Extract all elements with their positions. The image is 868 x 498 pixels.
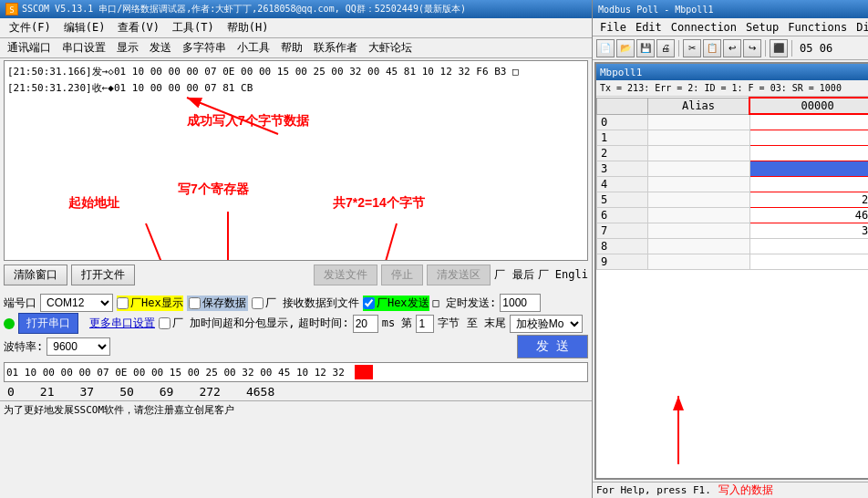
more-settings-link[interactable]: 更多串口设置	[89, 316, 155, 331]
modbus-menu-edit[interactable]: Edit	[632, 20, 666, 35]
row-index-0: 0	[597, 114, 648, 130]
col-header-alias: Alias	[647, 98, 749, 114]
mbpoll-status-bar: Tx = 213: Err = 2: ID = 1: F = 03: SR = …	[596, 80, 868, 97]
toolbar-open[interactable]: 📂	[616, 39, 635, 57]
row-alias-9	[647, 254, 749, 270]
modbus-menu-bar: File Edit Connection Setup Functions Dis…	[593, 18, 868, 36]
modbus-annotation: 写入的数据	[718, 482, 773, 498]
submenu-serial-settings[interactable]: 串口设置	[58, 39, 109, 57]
checksum-select[interactable]: 加校验Mo	[510, 315, 583, 333]
table-row: 5272	[597, 192, 869, 208]
submenu-send[interactable]: 发送	[146, 39, 175, 57]
data-number-4658: 4658	[246, 385, 274, 399]
stop-button[interactable]: 停止	[381, 265, 423, 285]
baud-select[interactable]: 9600	[46, 337, 110, 356]
clear-send-area-button[interactable]: 清发送区	[427, 265, 491, 285]
table-row: 90	[597, 254, 869, 270]
save-data-text: 保存数据	[202, 296, 246, 311]
submenu-multistring[interactable]: 多字符串	[179, 39, 230, 57]
row-value-0: 0	[749, 114, 868, 130]
row-value-9: 0	[749, 254, 868, 270]
modbus-menu-connection[interactable]: Connection	[667, 20, 740, 35]
submenu-tools[interactable]: 小工具	[233, 39, 274, 57]
save-data-label[interactable]: 保存数据	[187, 296, 248, 311]
frame-input[interactable]	[416, 315, 434, 333]
recv-file-label[interactable]: 厂 接收数据到文件	[252, 296, 359, 311]
modbus-menu-functions[interactable]: Functions	[784, 20, 851, 35]
row-value-2: 37	[749, 146, 868, 161]
mbpoll-title-bar: Mbpoll1	[596, 64, 868, 80]
hex-send-label[interactable]: 厂Hex发送	[363, 296, 429, 311]
menu-file[interactable]: 文件(F)	[4, 19, 57, 36]
data-number-21: 21	[40, 385, 55, 399]
menu-help[interactable]: 帮助(H)	[222, 19, 274, 36]
mbpoll-window: Mbpoll1 Tx = 213: Err = 2: ID = 1: F = 0…	[594, 62, 868, 480]
toolbar-redo[interactable]: ↪	[743, 39, 761, 57]
menu-tools[interactable]: 工具(T)	[167, 19, 220, 36]
toolbar-new[interactable]: 📄	[596, 39, 615, 57]
toolbar-sep-3	[791, 40, 792, 57]
modbus-menu-setup[interactable]: Setup	[742, 20, 782, 35]
send-button[interactable]: 发 送	[517, 335, 588, 358]
left-menu-bar: 文件(F) 编辑(E) 查看(V) 工具(T) 帮助(H)	[0, 18, 592, 38]
port-select[interactable]: COM12	[40, 294, 113, 312]
modbus-title-text: Modbus Poll - Mbpoll1	[598, 5, 713, 15]
mbpoll-title-text: Mbpoll1	[600, 67, 642, 78]
right-panel: Modbus Poll - Mbpoll1 File Edit Connecti…	[593, 0, 868, 498]
toolbar-print[interactable]: 🖨	[656, 39, 675, 57]
table-row: 237	[597, 146, 869, 161]
hex-display-label[interactable]: 厂Hex显示	[117, 296, 183, 311]
modbus-arrow-svg	[624, 286, 806, 469]
modbus-title-bar: Modbus Poll - Mbpoll1	[593, 0, 868, 18]
port-label: 端号口	[4, 296, 36, 311]
red-highlight-box	[355, 365, 373, 379]
toolbar-copy[interactable]: 📋	[703, 39, 721, 57]
row-alias-3	[647, 161, 749, 177]
port-status-indicator	[4, 318, 15, 329]
recv-file-checkbox[interactable]	[252, 297, 264, 309]
submenu-contact[interactable]: 联系作者	[310, 39, 361, 57]
send-file-button[interactable]: 发送文件	[314, 265, 377, 285]
row-value-5: 272	[749, 192, 868, 208]
add-time-label[interactable]: 厂 加时间超和分包显示,	[159, 316, 294, 331]
timed-value-input[interactable]: 1000	[500, 294, 541, 312]
timeout-input[interactable]	[353, 315, 378, 333]
svg-line-4	[146, 223, 260, 260]
toolbar-undo[interactable]: ↩	[723, 39, 741, 57]
submenu-help[interactable]: 帮助	[277, 39, 306, 57]
input-data-text: 01 10 00 00 00 07 0E 00 00 15 00 25 00 3…	[6, 367, 345, 379]
log-area: [21:50:31.166]发→◇01 10 00 00 00 07 0E 00…	[4, 60, 588, 261]
mbpoll-status-text: Tx = 213: Err = 2: ID = 1: F = 03: SR = …	[600, 83, 842, 93]
row-alias-4	[647, 177, 749, 192]
ctrl-row-2: 打开串口 更多串口设置 厂 加时间超和分包显示, 超时时间: ms 第 字节 至…	[4, 313, 588, 334]
row-index-8: 8	[597, 239, 648, 254]
hex-send-checkbox[interactable]	[363, 297, 375, 309]
toolbar-save[interactable]: 💾	[636, 39, 655, 57]
open-port-button[interactable]: 打开串口	[18, 313, 78, 334]
open-file-button[interactable]: 打开文件	[71, 265, 135, 285]
toolbar-cut[interactable]: ✂	[683, 39, 701, 57]
submenu-comm-port[interactable]: 通讯端口	[4, 39, 55, 57]
row-alias-1	[647, 130, 749, 146]
row-alias-0	[647, 114, 749, 130]
data-number-37: 37	[79, 385, 94, 399]
modbus-menu-disp[interactable]: Disp	[852, 20, 868, 35]
hex-display-checkbox[interactable]	[117, 297, 129, 309]
row-value-1: 21	[749, 130, 868, 146]
toolbar-connect[interactable]: ⬛	[770, 39, 788, 57]
table-row: 7306	[597, 223, 869, 239]
toolbar-sep-1	[678, 40, 679, 57]
menu-edit[interactable]: 编辑(E)	[58, 19, 111, 36]
clear-window-button[interactable]: 清除窗口	[4, 265, 67, 285]
row-value-3: 50	[749, 161, 868, 177]
row-alias-5	[647, 192, 749, 208]
row-index-2: 2	[597, 146, 648, 161]
menu-view[interactable]: 查看(V)	[112, 19, 165, 36]
row-index-3: 3	[597, 161, 648, 177]
save-data-checkbox[interactable]	[189, 297, 201, 309]
submenu-display[interactable]: 显示	[113, 39, 142, 57]
row-index-1: 1	[597, 130, 648, 146]
submenu-forum[interactable]: 大虾论坛	[365, 39, 416, 57]
add-time-checkbox[interactable]	[159, 317, 170, 329]
modbus-menu-file[interactable]: File	[596, 20, 630, 35]
